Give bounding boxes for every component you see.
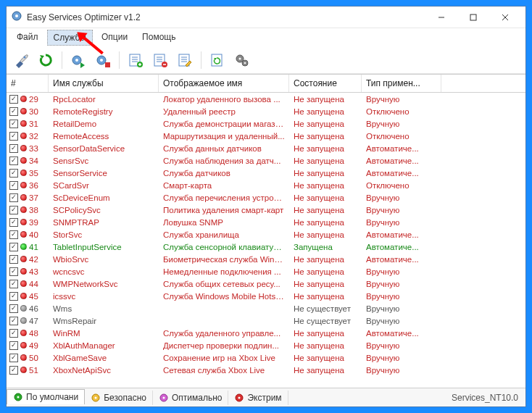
table-row[interactable]: ✓36SCardSvrСмарт-картаНе запущенаОтключе… bbox=[7, 179, 525, 191]
close-button[interactable] bbox=[489, 7, 521, 28]
startup-type: Автоматиче... bbox=[362, 243, 441, 251]
table-row[interactable]: ✓39SNMPTRAPЛовушка SNMPНе запущенаВручну… bbox=[7, 216, 525, 228]
table-row[interactable]: ✓31RetailDemoСлужба демонстрации магазин… bbox=[7, 117, 525, 130]
list-add-icon[interactable] bbox=[125, 50, 146, 70]
row-number: 42 bbox=[29, 255, 38, 264]
tab-safe[interactable]: Безопасно bbox=[85, 391, 153, 405]
display-name: Служба сенсорной клавиатур... bbox=[159, 243, 289, 251]
service-state: Не запущена bbox=[289, 280, 362, 288]
service-state: Не запущена bbox=[289, 120, 362, 128]
row-num-cell: ✓45 bbox=[7, 292, 49, 301]
table-row[interactable]: ✓40StorSvcСлужба хранилищаНе запущенаАвт… bbox=[7, 228, 525, 241]
row-checkbox[interactable]: ✓ bbox=[9, 144, 18, 153]
menu-file[interactable]: Файл bbox=[11, 30, 44, 46]
gears-icon[interactable] bbox=[232, 50, 252, 70]
service-state: Не запущена bbox=[289, 255, 362, 264]
table-row[interactable]: ✓42WbioSrvcБиометрическая служба Wind...… bbox=[7, 253, 525, 265]
row-checkbox[interactable]: ✓ bbox=[9, 120, 18, 128]
service-name: RemoteRegistry bbox=[49, 107, 159, 116]
list-remove-icon[interactable] bbox=[150, 50, 170, 70]
table-body[interactable]: ✓29RpcLocatorЛокатор удаленного вызова .… bbox=[7, 93, 525, 388]
row-checkbox[interactable]: ✓ bbox=[9, 206, 18, 214]
display-name: Служба общих сетевых ресу... bbox=[159, 280, 289, 288]
table-row[interactable]: ✓48WinRMСлужба удаленного управле...Не з… bbox=[7, 327, 525, 339]
service-state: Не запущена bbox=[289, 107, 362, 116]
row-checkbox[interactable]: ✓ bbox=[9, 230, 18, 239]
table-row[interactable]: ✓44WMPNetworkSvcСлужба общих сетевых рес… bbox=[7, 278, 525, 290]
service-name: SNMPTRAP bbox=[49, 218, 159, 227]
status-dot-icon bbox=[20, 157, 27, 164]
table-row[interactable]: ✓37ScDeviceEnumСлужба перечисления устро… bbox=[7, 191, 525, 204]
row-checkbox[interactable]: ✓ bbox=[9, 107, 18, 116]
table-row[interactable]: ✓47WmsRepairНе существуетВручную bbox=[7, 314, 525, 327]
table-row[interactable]: ✓33SensorDataServiceСлужба данных датчик… bbox=[7, 142, 525, 154]
menu-options[interactable]: Опции bbox=[96, 30, 133, 46]
row-checkbox[interactable]: ✓ bbox=[9, 341, 18, 350]
col-name[interactable]: Имя службы bbox=[49, 75, 159, 92]
row-checkbox[interactable]: ✓ bbox=[9, 181, 18, 190]
service-name: SensorService bbox=[49, 169, 159, 178]
minimize-button[interactable] bbox=[425, 7, 457, 28]
table-row[interactable]: ✓49XblAuthManagerДиспетчер проверки подл… bbox=[7, 339, 525, 351]
menu-help[interactable]: Помощь bbox=[136, 30, 181, 46]
table-row[interactable]: ✓51XboxNetApiSvcСетевая служба Xbox Live… bbox=[7, 364, 525, 376]
table-row[interactable]: ✓41TabletInputServiceСлужба сенсорной кл… bbox=[7, 241, 525, 253]
status-dot-icon bbox=[20, 342, 27, 349]
table-row[interactable]: ✓29RpcLocatorЛокатор удаленного вызова .… bbox=[7, 93, 525, 105]
status-dot-icon bbox=[20, 268, 27, 275]
row-checkbox[interactable]: ✓ bbox=[9, 255, 18, 264]
row-checkbox[interactable]: ✓ bbox=[9, 169, 18, 178]
row-checkbox[interactable]: ✓ bbox=[9, 366, 18, 375]
row-checkbox[interactable]: ✓ bbox=[9, 304, 18, 313]
row-checkbox[interactable]: ✓ bbox=[9, 329, 18, 338]
col-state[interactable]: Состояние bbox=[289, 75, 362, 92]
list-edit-icon[interactable] bbox=[175, 50, 195, 70]
table-row[interactable]: ✓46WmsНе существуетВручную bbox=[7, 302, 525, 314]
tab-extreme[interactable]: Экстрим bbox=[228, 391, 288, 405]
row-num-cell: ✓37 bbox=[7, 193, 49, 202]
gear-stop-icon[interactable] bbox=[93, 50, 113, 70]
table-row[interactable]: ✓30RemoteRegistryУдаленный реестрНе запу… bbox=[7, 105, 525, 117]
row-checkbox[interactable]: ✓ bbox=[9, 280, 18, 288]
row-checkbox[interactable]: ✓ bbox=[9, 354, 18, 362]
table-row[interactable]: ✓35SensorServiceСлужба датчиковНе запуще… bbox=[7, 167, 525, 179]
row-checkbox[interactable]: ✓ bbox=[9, 267, 18, 276]
service-state: Не существует bbox=[289, 304, 362, 313]
gear-play-icon[interactable] bbox=[68, 50, 88, 70]
table-row[interactable]: ✓34SensrSvcСлужба наблюдения за датч...Н… bbox=[7, 154, 525, 167]
services-table: # Имя службы Отображаемое имя Состояние … bbox=[7, 74, 525, 388]
startup-type: Вручную bbox=[362, 304, 441, 313]
refresh-icon[interactable] bbox=[36, 50, 56, 70]
row-checkbox[interactable]: ✓ bbox=[9, 132, 18, 141]
col-num[interactable]: # bbox=[7, 75, 49, 92]
service-state: Запущена bbox=[289, 243, 362, 251]
row-checkbox[interactable]: ✓ bbox=[9, 218, 18, 227]
row-checkbox[interactable]: ✓ bbox=[9, 157, 18, 165]
service-name: SensrSvc bbox=[49, 157, 159, 165]
table-row[interactable]: ✓32RemoteAccessМаршрутизация и удаленный… bbox=[7, 130, 525, 142]
tab-default[interactable]: По умолчани bbox=[7, 389, 85, 404]
table-row[interactable]: ✓43wcncsvcНемедленные подключения ...Не … bbox=[7, 265, 525, 278]
startup-type: Вручную bbox=[362, 317, 441, 325]
table-row[interactable]: ✓50XblGameSaveСохранение игр на Xbox Liv… bbox=[7, 351, 525, 364]
refresh-list-icon[interactable] bbox=[207, 50, 228, 70]
table-row[interactable]: ✓38SCPolicySvcПолитика удаления смарт-ка… bbox=[7, 204, 525, 216]
display-name: Служба данных датчиков bbox=[159, 144, 289, 153]
row-checkbox[interactable]: ✓ bbox=[9, 317, 18, 325]
startup-type: Вручную bbox=[362, 95, 441, 104]
row-checkbox[interactable]: ✓ bbox=[9, 292, 18, 301]
maximize-button[interactable] bbox=[457, 7, 489, 28]
table-row[interactable]: ✓45icssvcСлужба Windows Mobile HotspotНе… bbox=[7, 290, 525, 302]
service-state: Не запущена bbox=[289, 95, 362, 104]
col-display-name[interactable]: Отображаемое имя bbox=[159, 75, 289, 92]
menu-services[interactable]: Службы bbox=[47, 30, 93, 46]
row-checkbox[interactable]: ✓ bbox=[9, 243, 18, 251]
col-type[interactable]: Тип примен... bbox=[362, 75, 441, 92]
row-checkbox[interactable]: ✓ bbox=[9, 193, 18, 202]
rocket-icon[interactable] bbox=[11, 50, 31, 70]
tab-optimal[interactable]: Оптимально bbox=[153, 391, 229, 405]
row-number: 46 bbox=[29, 304, 38, 313]
row-number: 30 bbox=[29, 107, 38, 116]
row-checkbox[interactable]: ✓ bbox=[9, 95, 18, 104]
svg-point-40 bbox=[162, 396, 165, 399]
